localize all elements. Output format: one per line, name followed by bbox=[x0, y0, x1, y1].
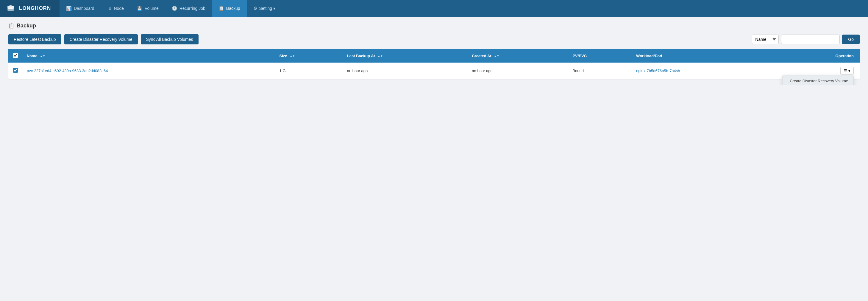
table-row: pvc-227b1ed4-c692-439a-9633-3ab2dd082a64… bbox=[8, 62, 860, 79]
page-title-icon: 📋 bbox=[8, 23, 14, 29]
row1-operation-button[interactable]: ☰ ▾ bbox=[840, 67, 854, 75]
page-content: 📋 Backup Restore Latest Backup Create Di… bbox=[0, 17, 868, 85]
th-last-backup-at-label: Last Backup At bbox=[347, 54, 375, 58]
row1-checkbox[interactable] bbox=[13, 68, 18, 73]
th-pv-pvc-label: PV/PVC bbox=[572, 54, 587, 58]
th-created-at-label: Created At bbox=[472, 54, 491, 58]
th-workload-pod: Workload/Pod bbox=[632, 49, 779, 62]
create-disaster-recovery-button[interactable]: Create Disaster Recovery Volume bbox=[64, 34, 138, 45]
td-row1-created-at: an hour ago bbox=[468, 62, 568, 79]
nav-volume-label: Volume bbox=[145, 6, 159, 11]
th-checkbox bbox=[8, 49, 23, 62]
th-name[interactable]: Name ▲▼ bbox=[23, 49, 275, 62]
row1-workload-link[interactable]: nginx-7b5d676b5b-7n4sh bbox=[636, 69, 680, 73]
nav-setting-label: Setting ▾ bbox=[259, 6, 275, 11]
dropdown-item-create-dr[interactable]: Create Disaster Recovery Volume bbox=[782, 75, 854, 85]
backup-icon: 📋 bbox=[218, 6, 224, 11]
th-created-at[interactable]: Created At ▲▼ bbox=[468, 49, 568, 62]
go-button[interactable]: Go bbox=[842, 34, 860, 44]
nav-setting[interactable]: ⚙ Setting ▾ bbox=[247, 0, 282, 17]
table-body: pvc-227b1ed4-c692-439a-9633-3ab2dd082a64… bbox=[8, 62, 860, 79]
chevron-down-icon: ▾ bbox=[848, 69, 850, 73]
nav-recurring-job[interactable]: 🕐 Recurring Job bbox=[165, 0, 212, 17]
toolbar: Restore Latest Backup Create Disaster Re… bbox=[8, 34, 860, 45]
th-operation-label: Operation bbox=[836, 54, 854, 58]
longhorn-logo bbox=[5, 3, 16, 14]
restore-latest-backup-button[interactable]: Restore Latest Backup bbox=[8, 34, 61, 45]
nav-node-label: Node bbox=[114, 6, 124, 11]
search-input[interactable] bbox=[781, 34, 840, 44]
backup-table: Name ▲▼ Size ▲▼ Last Backup At ▲▼ Create… bbox=[8, 49, 860, 79]
nav-dashboard-label: Dashboard bbox=[74, 6, 94, 11]
td-row1-pv-pvc: Bound bbox=[568, 62, 632, 79]
nav-volume[interactable]: 💾 Volume bbox=[130, 0, 165, 17]
td-row1-last-backup-at: an hour ago bbox=[343, 62, 468, 79]
nav-recurring-job-label: Recurring Job bbox=[180, 6, 206, 11]
search-area: Name Volume State Go bbox=[752, 34, 860, 44]
recurring-job-icon: 🕐 bbox=[172, 6, 178, 11]
th-size-label: Size bbox=[280, 54, 287, 58]
created-at-sort-arrows: ▲▼ bbox=[494, 55, 499, 57]
th-last-backup-at[interactable]: Last Backup At ▲▼ bbox=[343, 49, 468, 62]
node-icon: 🖥 bbox=[107, 6, 112, 11]
td-row1-operation: ☰ ▾ Create Disaster Recovery Volume Rest… bbox=[780, 62, 860, 79]
search-filter-select[interactable]: Name Volume State bbox=[752, 34, 779, 44]
select-all-checkbox[interactable] bbox=[13, 53, 18, 58]
nav-backup-label: Backup bbox=[226, 6, 240, 11]
name-sort-arrows: ▲▼ bbox=[40, 55, 45, 57]
th-workload-pod-label: Workload/Pod bbox=[636, 54, 662, 58]
nav-backup[interactable]: 📋 Backup bbox=[212, 0, 247, 17]
brand[interactable]: LONGHORN bbox=[0, 0, 60, 17]
list-icon: ☰ bbox=[844, 69, 847, 73]
nav-node[interactable]: 🖥 Node bbox=[101, 0, 130, 17]
dashboard-icon: 📊 bbox=[66, 6, 72, 11]
th-size[interactable]: Size ▲▼ bbox=[275, 49, 343, 62]
th-pv-pvc: PV/PVC bbox=[568, 49, 632, 62]
navbar: LONGHORN 📊 Dashboard 🖥 Node 💾 Volume 🕐 R… bbox=[0, 0, 868, 17]
nav-dashboard[interactable]: 📊 Dashboard bbox=[60, 0, 101, 17]
operation-dropdown-menu: Create Disaster Recovery Volume Restore … bbox=[782, 75, 854, 85]
td-row1-check bbox=[8, 62, 23, 79]
size-sort-arrows: ▲▼ bbox=[290, 55, 295, 57]
setting-icon: ⚙ bbox=[253, 6, 257, 11]
sync-all-backup-volumes-button[interactable]: Sync All Backup Volumes bbox=[141, 34, 198, 45]
th-name-label: Name bbox=[27, 54, 37, 58]
td-row1-workload-pod: nginx-7b5d676b5b-7n4sh bbox=[632, 62, 779, 79]
page-title-row: 📋 Backup bbox=[8, 23, 860, 29]
volume-icon: 💾 bbox=[137, 6, 143, 11]
nav-items: 📊 Dashboard 🖥 Node 💾 Volume 🕐 Recurring … bbox=[60, 0, 868, 17]
brand-name: LONGHORN bbox=[19, 5, 51, 11]
row1-name-link[interactable]: pvc-227b1ed4-c692-439a-9633-3ab2dd082a64 bbox=[27, 69, 108, 73]
last-backup-at-sort-arrows: ▲▼ bbox=[378, 55, 383, 57]
table-header-row: Name ▲▼ Size ▲▼ Last Backup At ▲▼ Create… bbox=[8, 49, 860, 62]
backup-table-wrap: Name ▲▼ Size ▲▼ Last Backup At ▲▼ Create… bbox=[8, 49, 860, 79]
th-operation: Operation bbox=[780, 49, 860, 62]
table-header: Name ▲▼ Size ▲▼ Last Backup At ▲▼ Create… bbox=[8, 49, 860, 62]
td-row1-name: pvc-227b1ed4-c692-439a-9633-3ab2dd082a64 bbox=[23, 62, 275, 79]
page-title: Backup bbox=[17, 23, 36, 29]
td-row1-size: 1 Gi bbox=[275, 62, 343, 79]
